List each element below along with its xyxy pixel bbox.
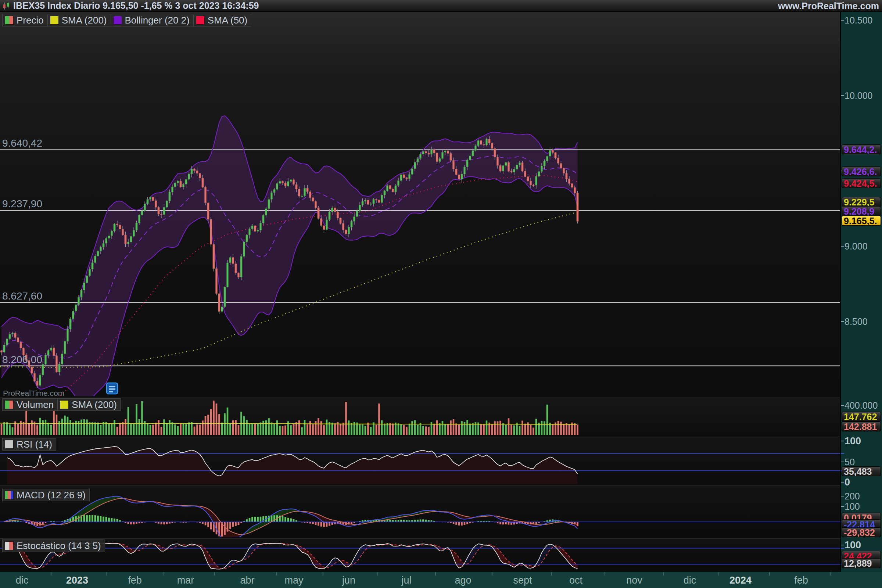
- volume-bar: [169, 420, 171, 435]
- volume-bar: [422, 426, 424, 435]
- time-axis-tick: [769, 572, 770, 576]
- macd-histogram-bar: [400, 520, 402, 522]
- time-axis-label: mar: [177, 575, 194, 586]
- volume-bar: [39, 418, 41, 435]
- axis-tick-label: 8.500: [844, 317, 881, 326]
- volume-bar: [158, 420, 159, 435]
- volume-bar: [268, 418, 270, 435]
- volume-bar: [560, 422, 562, 435]
- macd-histogram-bar: [464, 522, 466, 525]
- yellow-swatch-icon: [50, 16, 59, 25]
- volume-bar: [345, 402, 347, 435]
- green-red-blue-swatch-icon: [5, 490, 14, 500]
- volume-bar: [425, 427, 427, 435]
- time-axis[interactable]: dic2023febmarabrmayjunjulagoseptoctnovdi…: [0, 572, 882, 588]
- volume-bar: [332, 423, 333, 435]
- volume-bar: [414, 420, 416, 435]
- volume-bar: [78, 421, 80, 435]
- red-swatch-icon: [196, 16, 205, 25]
- volume-bar: [232, 420, 234, 435]
- macd-histogram-bar: [246, 519, 248, 522]
- volume-bar: [67, 417, 69, 435]
- volume-bar: [174, 424, 176, 435]
- volume-bar: [315, 421, 317, 435]
- volume-bar: [133, 423, 135, 435]
- volume-bar: [47, 423, 49, 435]
- volume-bar: [36, 424, 38, 435]
- volume-bar: [304, 420, 306, 435]
- volume-bar: [442, 421, 444, 435]
- volume-bar: [3, 422, 5, 435]
- legend-chip-volumen[interactable]: Volumen: [2, 398, 58, 411]
- time-axis-tick: [663, 572, 664, 576]
- volume-bar: [362, 424, 363, 435]
- macd-histogram-bar: [166, 522, 168, 524]
- legend-chip-bollinger-20-2-[interactable]: Bollinger (20 2): [111, 14, 194, 27]
- volume-bar: [472, 423, 474, 435]
- volume-bar: [532, 428, 534, 435]
- macd-histogram-bar: [420, 520, 422, 522]
- time-axis-tick: [51, 572, 51, 576]
- volume-bar: [86, 420, 88, 435]
- legend-label: SMA (200): [62, 15, 107, 26]
- news-note-icon[interactable]: [106, 382, 118, 395]
- time-axis-label: 2023: [66, 575, 88, 586]
- macd-histogram-bar: [97, 516, 99, 522]
- axis-level-mark: [841, 453, 844, 454]
- volume-bar: [64, 416, 66, 435]
- volume-bar: [502, 423, 504, 435]
- axis-price-tag-yellow-text: 147.762: [842, 412, 881, 422]
- volume-bar: [138, 419, 140, 435]
- volume-bar: [130, 423, 132, 435]
- volume-bar: [480, 424, 482, 435]
- green-red-swatch-icon: [5, 400, 14, 409]
- volume-bar: [180, 424, 182, 435]
- volume-bar: [81, 420, 82, 435]
- time-axis-label: dic: [684, 575, 696, 586]
- volume-bar: [568, 424, 570, 435]
- axis-tick-mark: [841, 441, 844, 441]
- volume-bar: [321, 421, 322, 435]
- volume-bar: [558, 421, 560, 435]
- volume-bar: [207, 415, 209, 435]
- macd-histogram-bar: [389, 520, 391, 522]
- volume-bar: [100, 425, 102, 435]
- volume-bar: [450, 420, 452, 435]
- volume-bar: [92, 422, 93, 435]
- legend-chip-sma-200-[interactable]: SMA (200): [57, 398, 121, 411]
- macd-histogram-bar: [287, 518, 289, 522]
- bollinger-fill: [2, 116, 578, 405]
- legend-chip-precio[interactable]: Precio: [2, 14, 48, 27]
- volume-bar: [513, 426, 515, 435]
- axis-price-tag-last-price: 9.165,5.: [842, 216, 881, 226]
- legend-chip-rsi-14-[interactable]: RSI (14): [2, 438, 56, 450]
- legend-label: Estocástico (14 3 5): [16, 540, 101, 552]
- price-axis[interactable]: 10.50010.0009.5009.0008.500400.000100500…: [840, 12, 882, 572]
- volume-bar: [12, 428, 14, 435]
- volume-bar: [273, 424, 275, 435]
- legend-chip-macd-12-26-9-[interactable]: MACD (12 26 9): [2, 489, 90, 501]
- volume-bar: [257, 424, 259, 435]
- volume-bar: [163, 419, 165, 435]
- time-axis-label: ago: [454, 575, 471, 586]
- volume-bar: [334, 423, 336, 435]
- volume-bar: [218, 414, 220, 435]
- time-axis-tick: [604, 572, 605, 576]
- volume-bar: [519, 426, 521, 435]
- time-axis-label: oct: [569, 575, 582, 586]
- volume-bar: [420, 423, 422, 435]
- legend-chip-sma-200-[interactable]: SMA (200): [47, 14, 111, 27]
- volume-bar: [31, 420, 33, 435]
- volume-bar: [216, 404, 218, 435]
- legend-chip-estoc-stico-14-3-5-[interactable]: Estocástico (14 3 5): [2, 540, 105, 552]
- legend-chip-sma-50-[interactable]: SMA (50): [193, 14, 251, 27]
- volume-bar: [235, 420, 237, 435]
- price-pane-graphics: [0, 116, 840, 412]
- legend-label: Bollinger (20 2): [125, 15, 190, 26]
- macd-histogram-bar: [315, 522, 317, 525]
- macd-histogram-bar: [133, 522, 135, 524]
- white-red-swatch-icon: [5, 542, 14, 550]
- volume-bar: [378, 404, 380, 435]
- volume-bar: [276, 420, 278, 435]
- volume-bar: [155, 423, 157, 435]
